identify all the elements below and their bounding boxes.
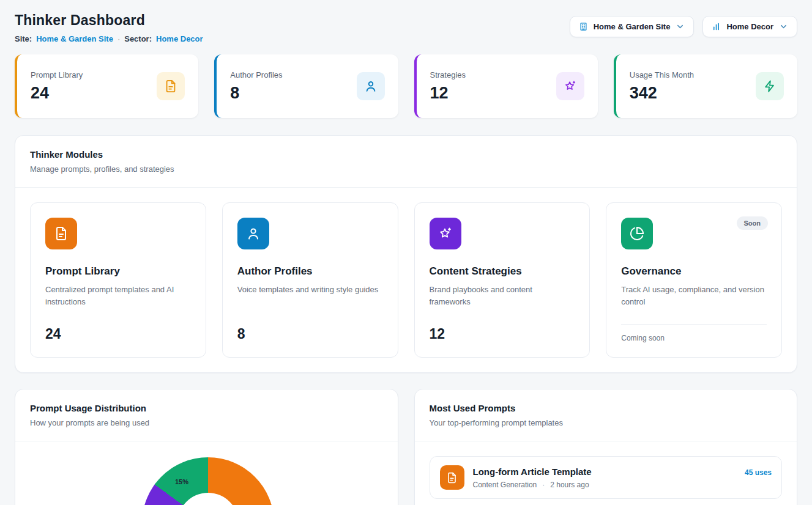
sparkle-star-icon (430, 218, 461, 249)
module-title: Author Profiles (237, 265, 383, 278)
stat-value: 342 (630, 84, 694, 103)
site-selector-dropdown[interactable]: Home & Garden Site (570, 16, 695, 37)
dashboard-page: Thinker Dashboard Site: Home & Garden Si… (0, 0, 812, 505)
stat-card-author-profiles: Author Profiles 8 (214, 54, 398, 118)
module-card-prompt-library[interactable]: Prompt Library Centralized prompt templa… (30, 202, 206, 358)
module-count: 24 (45, 326, 191, 342)
chevron-down-icon (779, 22, 788, 31)
sector-selector-label: Home Decor (726, 22, 773, 31)
prompt-meta: Content Generation · 2 hours ago (473, 481, 736, 489)
panel-header: Thinker Modules Manage prompts, profiles… (15, 136, 797, 187)
user-icon (357, 72, 385, 100)
chart-area: 15% (15, 441, 398, 505)
header-left: Thinker Dashboard Site: Home & Garden Si… (15, 12, 203, 43)
pie-chart-icon (621, 218, 653, 249)
sector-selector-dropdown[interactable]: Home Decor (702, 16, 797, 37)
prompt-list: Long-form Article Template Content Gener… (415, 441, 797, 505)
stat-value: 8 (230, 84, 282, 103)
panel-title: Thinker Modules (30, 149, 782, 160)
module-description: Brand playbooks and content frameworks (430, 284, 575, 308)
document-icon (157, 72, 185, 100)
sector-label: Sector: (124, 34, 152, 43)
module-title: Content Strategies (430, 265, 575, 278)
panel-subtitle: Manage prompts, profiles, and strategies (30, 164, 782, 174)
stat-card-strategies: Strategies 12 (414, 54, 598, 118)
soon-badge: Soon (737, 216, 769, 230)
card-subtitle: Your top-performing prompt templates (430, 418, 783, 427)
prompt-uses-badge: 45 uses (745, 468, 772, 477)
modules-grid: Prompt Library Centralized prompt templa… (15, 188, 797, 372)
prompt-info: Long-form Article Template Content Gener… (473, 466, 736, 489)
header-selectors: Home & Garden Site Home Decor (570, 16, 797, 37)
module-count: 8 (237, 326, 383, 342)
chevron-down-icon (676, 22, 685, 31)
breadcrumb-separator: · (117, 34, 120, 43)
divider (621, 324, 767, 325)
stat-card-prompt-library: Prompt Library 24 (15, 54, 198, 118)
stat-label: Author Profiles (230, 70, 282, 79)
stat-label: Usage This Month (630, 70, 694, 79)
breadcrumb: Site: Home & Garden Site · Sector: Home … (15, 34, 203, 43)
module-description: Voice templates and writing style guides (237, 284, 383, 296)
prompt-title: Long-form Article Template (473, 466, 736, 477)
module-count: 12 (430, 326, 575, 342)
bar-chart-icon (712, 22, 721, 31)
card-header: Most Used Prompts Your top-performing pr… (415, 389, 797, 441)
donut-segment-label: 15% (175, 478, 188, 485)
site-label: Site: (15, 34, 32, 43)
stat-card-usage: Usage This Month 342 (614, 54, 797, 118)
stat-value: 24 (31, 84, 83, 103)
module-card-author-profiles[interactable]: Author Profiles Voice templates and writ… (222, 202, 398, 358)
document-icon (45, 218, 77, 249)
stats-row: Prompt Library 24 Author Profiles 8 Stra… (15, 54, 797, 118)
card-title: Most Used Prompts (430, 403, 783, 413)
module-description: Centralized prompt templates and AI inst… (45, 284, 191, 308)
user-icon (237, 218, 269, 249)
most-used-prompts-card: Most Used Prompts Your top-performing pr… (414, 389, 798, 505)
meta-separator: · (542, 481, 545, 489)
prompt-usage-card: Prompt Usage Distribution How your promp… (15, 389, 398, 505)
module-title: Governance (621, 265, 767, 278)
module-card-content-strategies[interactable]: Content Strategies Brand playbooks and c… (414, 202, 590, 358)
stat-info: Prompt Library 24 (31, 70, 83, 103)
stat-info: Usage This Month 342 (630, 70, 694, 103)
stat-info: Author Profiles 8 (230, 70, 282, 103)
thinker-modules-panel: Thinker Modules Manage prompts, profiles… (15, 135, 797, 373)
module-description: Track AI usage, compliance, and version … (621, 284, 767, 308)
module-card-governance[interactable]: Soon Governance Track AI usage, complian… (606, 202, 782, 358)
sector-link[interactable]: Home Decor (156, 34, 203, 43)
prompt-category: Content Generation (473, 481, 537, 489)
sparkle-star-icon (556, 72, 584, 100)
card-title: Prompt Usage Distribution (30, 403, 383, 413)
topbar: Thinker Dashboard Site: Home & Garden Si… (15, 12, 797, 43)
card-header: Prompt Usage Distribution How your promp… (15, 389, 398, 441)
stat-value: 12 (430, 84, 466, 103)
card-subtitle: How your prompts are being used (30, 418, 383, 427)
site-selector-label: Home & Garden Site (594, 22, 671, 31)
prompt-time: 2 hours ago (550, 481, 589, 489)
donut-chart: 15% (142, 457, 274, 505)
coming-soon-label: Coming soon (621, 334, 767, 342)
list-item-prompt[interactable]: Long-form Article Template Content Gener… (430, 456, 783, 499)
building-icon (579, 22, 588, 31)
page-title: Thinker Dashboard (15, 12, 203, 29)
site-link[interactable]: Home & Garden Site (36, 34, 113, 43)
stat-label: Prompt Library (31, 70, 83, 79)
bottom-row: Prompt Usage Distribution How your promp… (15, 389, 797, 505)
stat-label: Strategies (430, 70, 466, 79)
lightning-icon (756, 72, 784, 100)
stat-info: Strategies 12 (430, 70, 466, 103)
document-icon (440, 465, 464, 490)
module-title: Prompt Library (45, 265, 191, 278)
